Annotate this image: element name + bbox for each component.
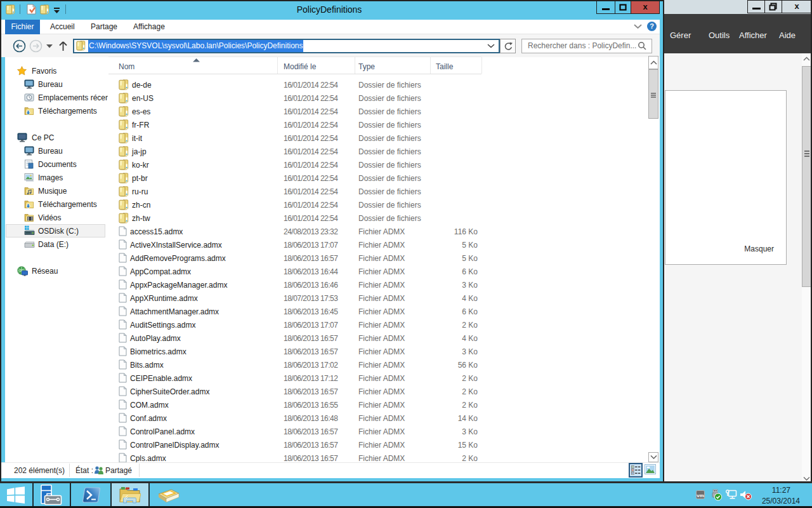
- svg-text:vm: vm: [697, 493, 704, 498]
